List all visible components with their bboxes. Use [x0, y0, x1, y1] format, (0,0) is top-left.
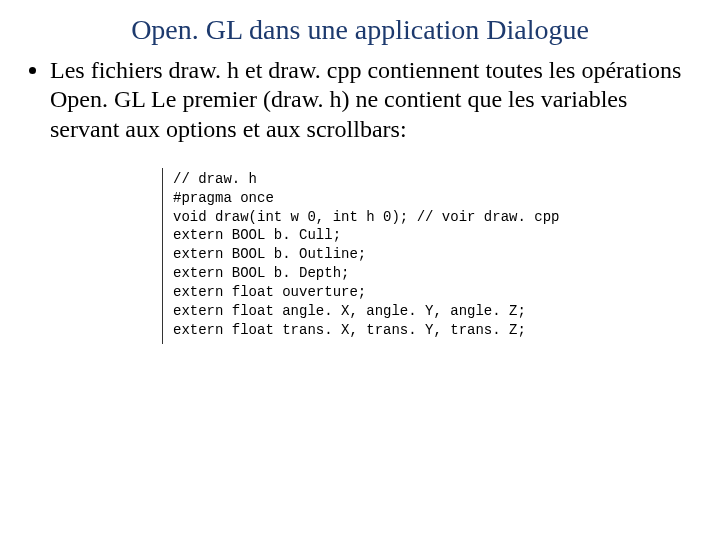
code-line: extern float angle. X, angle. Y, angle. … [173, 302, 698, 321]
code-line: extern float trans. X, trans. Y, trans. … [173, 321, 698, 340]
bullet-item-1: Les fichiers draw. h et draw. cpp contie… [50, 56, 698, 144]
code-line: // draw. h [173, 170, 698, 189]
code-line: void draw(int w 0, int h 0); // voir dra… [173, 208, 698, 227]
slide-body: Les fichiers draw. h et draw. cpp contie… [0, 52, 720, 344]
code-line: #pragma once [173, 189, 698, 208]
slide: Open. GL dans une application Dialogue L… [0, 0, 720, 540]
bullet-list: Les fichiers draw. h et draw. cpp contie… [22, 56, 698, 144]
code-block: // draw. h #pragma once void draw(int w … [162, 168, 698, 344]
code-line: extern BOOL b. Outline; [173, 245, 698, 264]
code-line: extern BOOL b. Cull; [173, 226, 698, 245]
code-line: extern BOOL b. Depth; [173, 264, 698, 283]
slide-title: Open. GL dans une application Dialogue [0, 0, 720, 52]
code-line: extern float ouverture; [173, 283, 698, 302]
